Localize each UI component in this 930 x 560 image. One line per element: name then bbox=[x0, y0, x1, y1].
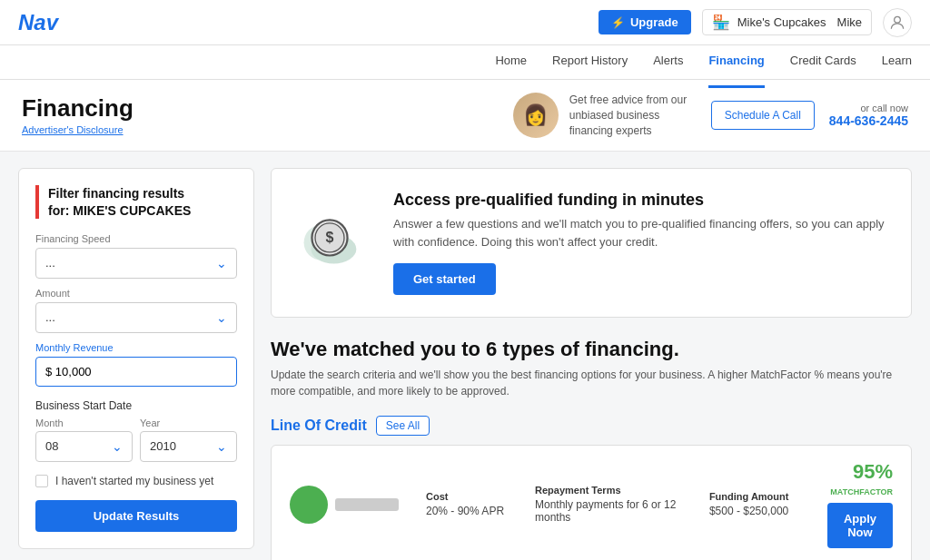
nav-alerts[interactable]: Alerts bbox=[653, 36, 683, 88]
financing-speed-group: Financing Speed ... ⌄ bbox=[35, 233, 237, 279]
not-started-checkbox[interactable] bbox=[35, 475, 48, 487]
chevron-down-icon-3: ⌄ bbox=[112, 439, 123, 454]
year-select[interactable]: 2010 ⌄ bbox=[140, 431, 237, 462]
or-call-label: or call now bbox=[829, 103, 908, 113]
store-icon: 🏪 bbox=[712, 14, 730, 31]
prequal-description: Answer a few questions and we'll match y… bbox=[393, 215, 889, 251]
page-title-area: Financing Advertiser's Disclosure bbox=[22, 94, 134, 136]
nav-report-history[interactable]: Report History bbox=[552, 36, 628, 88]
loc-title: Line Of Credit bbox=[271, 418, 367, 434]
monthly-revenue-label: Monthly Revenue bbox=[35, 342, 237, 353]
matchfactor-label: MATCHFACTOR bbox=[830, 487, 893, 496]
lender-bar bbox=[335, 498, 399, 511]
nav-financing[interactable]: Financing bbox=[708, 36, 764, 88]
advisor-area: 👩 Get free advice from our unbiased busi… bbox=[513, 93, 697, 138]
year-label: Year bbox=[140, 418, 237, 428]
matchfactor-badge: 95% MATCHFACTOR bbox=[827, 460, 893, 497]
funding-column: Funding Amount $500 - $250,000 bbox=[709, 491, 809, 517]
prequal-card: $ Access pre-qualified funding in minute… bbox=[271, 168, 912, 318]
apply-now-button[interactable]: Apply Now bbox=[827, 503, 893, 548]
matched-title: We've matched you to 6 types of financin… bbox=[271, 338, 912, 361]
or-call-area: or call now 844-636-2445 bbox=[829, 103, 908, 128]
svg-text:$: $ bbox=[326, 230, 334, 245]
phone-number[interactable]: 844-636-2445 bbox=[829, 113, 908, 128]
monthly-revenue-group: Monthly Revenue bbox=[35, 342, 237, 387]
chevron-down-icon-4: ⌄ bbox=[216, 439, 227, 454]
nav-home[interactable]: Home bbox=[495, 36, 527, 88]
filter-title: Filter financing results for: MIKE'S CUP… bbox=[48, 185, 237, 218]
chevron-down-icon: ⌄ bbox=[216, 256, 227, 270]
main-panel: $ Access pre-qualified funding in minute… bbox=[271, 168, 912, 560]
business-start-date-group: Business Start Date Month 08 ⌄ Year 2010… bbox=[35, 399, 237, 462]
not-started-row: I haven't started my business yet bbox=[35, 475, 237, 487]
month-select-wrap: Month 08 ⌄ bbox=[35, 418, 133, 462]
funding-label: Funding Amount bbox=[709, 491, 809, 502]
cost-column: Cost 20% - 90% APR bbox=[426, 491, 517, 517]
month-value: 08 bbox=[45, 439, 58, 453]
header-right: 👩 Get free advice from our unbiased busi… bbox=[513, 93, 908, 138]
page-header: Financing Advertiser's Disclosure 👩 Get … bbox=[0, 80, 930, 152]
nav-credit-cards[interactable]: Credit Cards bbox=[790, 36, 856, 88]
filter-header: Filter financing results for: MIKE'S CUP… bbox=[35, 185, 237, 218]
matched-section: We've matched you to 6 types of financin… bbox=[271, 338, 912, 399]
month-label: Month bbox=[35, 418, 133, 428]
user-avatar[interactable] bbox=[883, 8, 912, 37]
user-name: Mike bbox=[837, 15, 862, 29]
month-select[interactable]: 08 ⌄ bbox=[35, 431, 133, 462]
amount-group: Amount ... ⌄ bbox=[35, 288, 237, 333]
monthly-revenue-input[interactable] bbox=[35, 357, 237, 387]
lightning-icon: ⚡ bbox=[611, 16, 625, 29]
prequal-icon: $ bbox=[293, 207, 375, 280]
chevron-down-icon-2: ⌄ bbox=[216, 310, 227, 325]
secondary-nav: Home Report History Alerts Financing Cre… bbox=[0, 45, 930, 80]
lender-logo-area bbox=[290, 486, 408, 524]
year-value: 2010 bbox=[150, 439, 176, 453]
not-started-label: I haven't started my business yet bbox=[55, 475, 213, 487]
repayment-label: Repayment Terms bbox=[535, 485, 691, 496]
see-all-button[interactable]: See All bbox=[376, 416, 430, 436]
matched-subtitle: Update the search criteria and we'll sho… bbox=[271, 367, 912, 399]
financing-speed-select[interactable]: ... ⌄ bbox=[35, 248, 237, 279]
top-bar-right: ⚡ Upgrade 🏪 Mike's Cupcakes Mike bbox=[599, 8, 912, 37]
funding-value: $500 - $250,000 bbox=[709, 505, 809, 517]
year-select-wrap: Year 2010 ⌄ bbox=[140, 418, 237, 462]
date-selects: Month 08 ⌄ Year 2010 ⌄ bbox=[35, 418, 237, 462]
advertiser-disclosure-link[interactable]: Advertiser's Disclosure bbox=[22, 124, 124, 135]
filter-sidebar: Filter financing results for: MIKE'S CUP… bbox=[18, 168, 254, 548]
store-selector[interactable]: 🏪 Mike's Cupcakes Mike bbox=[702, 9, 872, 35]
schedule-call-button[interactable]: Schedule A Call bbox=[711, 101, 815, 130]
cost-value: 20% - 90% APR bbox=[426, 505, 517, 517]
amount-value: ... bbox=[45, 310, 55, 324]
financing-speed-value: ... bbox=[45, 256, 55, 270]
page-title: Financing bbox=[22, 94, 134, 123]
prequal-title: Access pre-qualified funding in minutes bbox=[393, 191, 889, 210]
nav-learn[interactable]: Learn bbox=[882, 36, 912, 88]
cost-label: Cost bbox=[426, 491, 517, 502]
advisor-text: Get free advice from our unbiased busine… bbox=[569, 93, 697, 138]
matchfactor-column: 95% MATCHFACTOR Apply Now bbox=[827, 460, 893, 548]
upgrade-button[interactable]: ⚡ Upgrade bbox=[599, 10, 691, 34]
svg-point-0 bbox=[895, 16, 901, 23]
lender-circle bbox=[290, 486, 328, 524]
financing-speed-label: Financing Speed bbox=[35, 233, 237, 244]
repayment-column: Repayment Terms Monthly payments for 6 o… bbox=[535, 485, 691, 524]
prequal-text: Access pre-qualified funding in minutes … bbox=[393, 191, 889, 295]
amount-select[interactable]: ... ⌄ bbox=[35, 302, 237, 333]
financing-card-inner: Cost 20% - 90% APR Repayment Terms Month… bbox=[272, 446, 911, 560]
nav-logo: Nav bbox=[18, 10, 58, 35]
financing-card: Cost 20% - 90% APR Repayment Terms Month… bbox=[271, 445, 912, 560]
repayment-value: Monthly payments for 6 or 12 months bbox=[535, 498, 691, 524]
business-start-date-label: Business Start Date bbox=[35, 399, 237, 412]
amount-label: Amount bbox=[35, 288, 237, 299]
advisor-avatar: 👩 bbox=[513, 93, 559, 138]
store-name: Mike's Cupcakes bbox=[737, 15, 826, 29]
matchfactor-pct: 95% bbox=[853, 460, 893, 483]
get-started-button[interactable]: Get started bbox=[393, 263, 496, 295]
main-content: Filter financing results for: MIKE'S CUP… bbox=[0, 152, 930, 560]
update-results-button[interactable]: Update Results bbox=[35, 500, 237, 532]
loc-header: Line Of Credit See All bbox=[271, 416, 912, 436]
